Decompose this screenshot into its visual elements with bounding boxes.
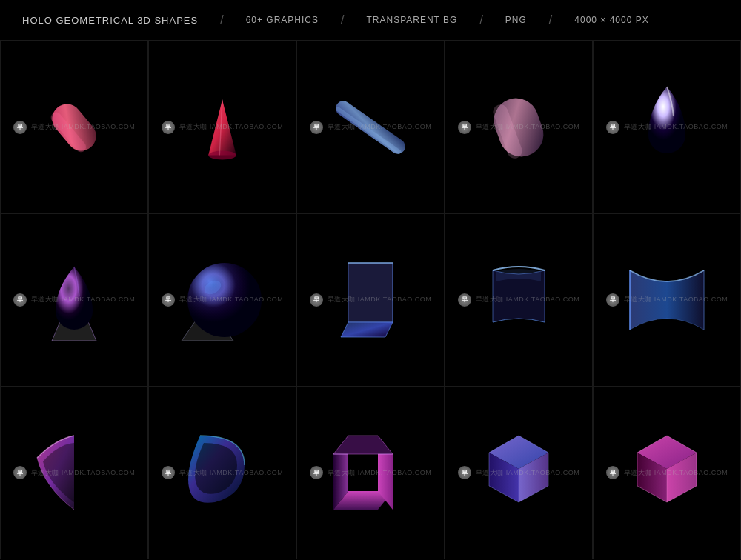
shape-water-drop-2 — [30, 252, 119, 348]
shape-thin-rod-1 — [33, 87, 115, 168]
grid-cell-6: 早 早道大咖 IAMDK.TAOBAO.COM — [0, 213, 148, 386]
grid-cell-11: 早 早道大咖 IAMDK.TAOBAO.COM — [0, 387, 148, 559]
separator-2: / — [341, 13, 344, 27]
graphics-count: 60+ GRAPHICS — [246, 15, 319, 25]
file-format: PNG — [505, 15, 527, 25]
shape-open-cube — [322, 424, 419, 521]
grid-cell-7: 早 早道大咖 IAMDK.TAOBAO.COM — [148, 213, 296, 386]
grid-cell-9: 早 早道大咖 IAMDK.TAOBAO.COM — [445, 213, 593, 386]
separator-4: / — [549, 13, 552, 27]
shapes-grid: 早 早道大咖 IAMDK.TAOBAO.COM 早 早道大咖 IAMDK.TAO… — [0, 41, 741, 559]
shape-thick-rod — [474, 83, 563, 172]
grid-cell-3: 早 早道大咖 IAMDK.TAOBAO.COM — [296, 41, 445, 213]
shape-cone — [189, 94, 256, 161]
shape-thin-rod-2 — [326, 83, 415, 172]
svg-point-12 — [187, 263, 262, 337]
shape-sphere — [174, 252, 270, 348]
shape-isometric-cube-1 — [471, 424, 567, 521]
grid-cell-14: 早 早道大咖 IAMDK.TAOBAO.COM — [445, 387, 593, 559]
grid-cell-15: 早 早道大咖 IAMDK.TAOBAO.COM — [593, 387, 741, 559]
grid-cell-12: 早 早道大咖 IAMDK.TAOBAO.COM — [148, 387, 296, 559]
grid-cell-8: 早 早道大咖 IAMDK.TAOBAO.COM — [296, 213, 445, 386]
svg-rect-6 — [335, 106, 402, 155]
shape-fan — [30, 428, 119, 517]
grid-cell-5: 早 早道大咖 IAMDK.TAOBAO.COM — [593, 41, 741, 213]
grid-cell-4: 早 早道大咖 IAMDK.TAOBAO.COM — [445, 41, 593, 213]
separator-3: / — [479, 13, 482, 27]
shape-scroll — [178, 428, 267, 517]
svg-marker-14 — [348, 263, 393, 322]
shape-water-drop-1 — [626, 79, 708, 176]
grid-cell-13: 早 早道大咖 IAMDK.TAOBAO.COM — [296, 387, 445, 559]
shape-isometric-cube-2 — [619, 424, 715, 521]
svg-marker-15 — [341, 322, 393, 337]
product-title: HOLO GEOMETRICAL 3D SHAPES — [22, 15, 198, 26]
svg-rect-0 — [46, 98, 102, 156]
shape-bent-card — [478, 256, 559, 344]
grid-cell-1: 早 早道大咖 IAMDK.TAOBAO.COM — [0, 41, 148, 213]
grid-cell-10: 早 早道大咖 IAMDK.TAOBAO.COM — [593, 213, 741, 386]
header: HOLO GEOMETRICAL 3D SHAPES / 60+ GRAPHIC… — [0, 0, 741, 41]
resolution: 4000 × 4000 px — [574, 15, 648, 25]
grid-cell-2: 早 早道大咖 IAMDK.TAOBAO.COM — [148, 41, 296, 213]
separator-1: / — [220, 13, 223, 27]
svg-marker-24 — [333, 436, 393, 454]
bg-type: TRANSPARENT BG — [366, 15, 457, 25]
shape-folded-card-1 — [330, 256, 411, 344]
shape-curved-surface — [622, 256, 711, 344]
svg-point-3 — [208, 150, 236, 159]
